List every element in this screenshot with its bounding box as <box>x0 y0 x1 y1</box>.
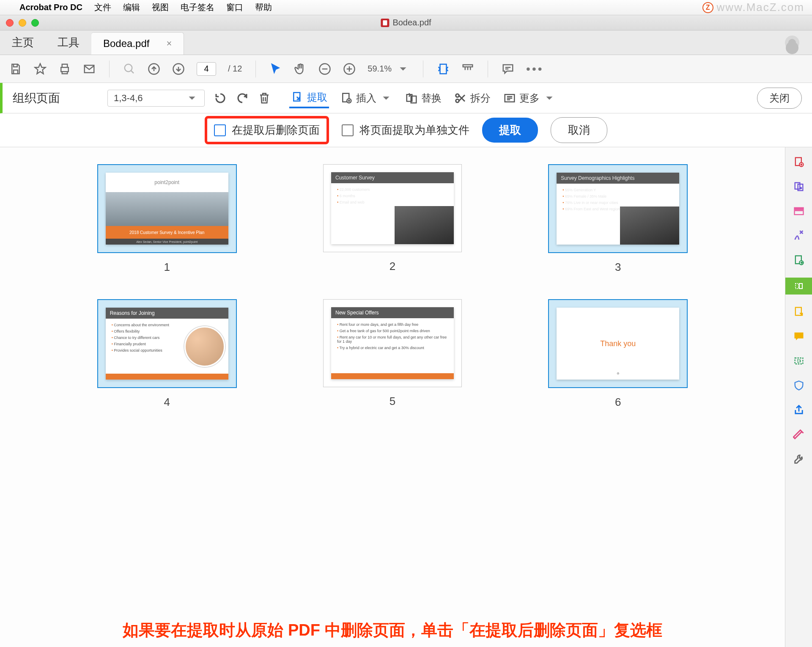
search-icon[interactable] <box>123 63 136 75</box>
replace-button[interactable]: 替换 <box>403 89 443 107</box>
close-organize-button[interactable]: 关闭 <box>757 88 802 109</box>
rotate-cw-icon[interactable] <box>236 92 249 105</box>
prev-page-icon[interactable] <box>148 63 160 75</box>
svg-rect-9 <box>440 64 447 74</box>
menu-esign[interactable]: 电子签名 <box>181 2 214 13</box>
page-thumb-4[interactable]: Reasons for Joining Concerns about the e… <box>75 299 258 409</box>
extract-separate-label: 将页面提取为单独文件 <box>359 123 469 138</box>
page-number: 1 <box>164 261 170 274</box>
cancel-button[interactable]: 取消 <box>551 117 607 143</box>
extract-confirm-button[interactable]: 提取 <box>482 118 538 143</box>
insert-button[interactable]: 插入 <box>338 89 394 107</box>
read-mode-icon[interactable] <box>461 63 474 75</box>
edit-pdf-icon[interactable] <box>792 204 806 218</box>
zoom-in-icon[interactable] <box>343 63 356 75</box>
delete-icon[interactable] <box>258 92 271 105</box>
zoom-out-icon[interactable] <box>318 63 331 75</box>
close-window-button[interactable] <box>6 19 14 27</box>
split-button[interactable]: 拆分 <box>453 89 492 107</box>
svg-rect-24 <box>794 208 803 210</box>
menu-edit[interactable]: 编辑 <box>123 2 140 13</box>
tab-document[interactable]: Bodea.pdf × <box>91 32 184 55</box>
menu-view[interactable]: 视图 <box>152 2 169 13</box>
toolbar-separator <box>423 61 423 77</box>
create-pdf-icon[interactable] <box>792 155 806 169</box>
extract-separate-checkbox[interactable]: 将页面提取为单独文件 <box>342 123 469 138</box>
checkbox-icon <box>214 124 226 136</box>
protect-icon[interactable] <box>792 378 806 393</box>
account-avatar-icon[interactable] <box>785 36 799 50</box>
fit-page-icon[interactable] <box>437 63 450 75</box>
send-comments-icon[interactable] <box>792 305 806 319</box>
save-icon[interactable] <box>9 63 22 75</box>
comment-tool-icon[interactable] <box>792 329 806 344</box>
select-tool-icon[interactable] <box>269 63 282 75</box>
slide-title: Thank you <box>600 339 636 348</box>
fill-sign-icon[interactable] <box>792 427 806 442</box>
page-range-select[interactable]: 1,3-4,6 <box>107 90 205 107</box>
print-icon[interactable] <box>58 63 71 75</box>
traffic-lights <box>6 19 39 27</box>
pdf-file-icon <box>381 19 389 27</box>
checkbox-icon <box>342 124 354 136</box>
z-badge-icon: Z <box>702 2 713 13</box>
comment-icon[interactable] <box>502 63 514 75</box>
menu-file[interactable]: 文件 <box>94 2 111 13</box>
sign-icon[interactable] <box>792 229 806 243</box>
slide-title: Customer Survey <box>331 172 454 183</box>
window-titlebar: Bodea.pdf <box>0 15 812 30</box>
page-thumb-3[interactable]: Survey Demographics Highlights 55% Gener… <box>527 164 710 274</box>
svg-rect-23 <box>794 211 803 215</box>
export-pdf-icon[interactable] <box>792 253 806 267</box>
combine-files-icon[interactable] <box>792 179 806 194</box>
scan-ocr-icon[interactable] <box>792 354 806 368</box>
minimize-window-button[interactable] <box>19 19 26 27</box>
page-number: 2 <box>390 260 395 273</box>
next-page-icon[interactable] <box>172 63 185 75</box>
more-tools-icon[interactable]: ••• <box>526 62 543 76</box>
slide-logo: point2point <box>106 173 228 192</box>
instruction-caption: 如果要在提取时从原始 PDF 中删除页面，单击「在提取后删除页面」复选框 <box>123 619 662 641</box>
svg-rect-27 <box>796 284 798 289</box>
rotate-ccw-icon[interactable] <box>214 92 227 105</box>
highlight-box: 在提取后删除页面 <box>205 116 329 144</box>
mail-icon[interactable] <box>83 63 96 75</box>
extract-options-bar: 在提取后删除页面 将页面提取为单独文件 提取 取消 <box>0 113 812 147</box>
tab-home[interactable]: 主页 <box>0 30 46 55</box>
page-range-value: 1,3-4,6 <box>114 93 143 104</box>
hand-tool-icon[interactable] <box>294 63 307 75</box>
tab-tools[interactable]: 工具 <box>46 30 91 55</box>
maximize-window-button[interactable] <box>31 19 39 27</box>
page-thumb-2[interactable]: Customer Survey 22,000 customers6 months… <box>301 164 484 274</box>
toolbar-separator <box>255 61 256 77</box>
menu-window[interactable]: 窗口 <box>226 2 243 13</box>
more-tools-icon[interactable] <box>792 452 806 466</box>
menu-help[interactable]: 帮助 <box>255 2 272 13</box>
tab-bar: 主页 工具 Bodea.pdf × <box>0 30 812 55</box>
more-button[interactable]: 更多 <box>502 89 557 107</box>
star-icon[interactable] <box>34 63 47 75</box>
svg-point-4 <box>125 64 132 72</box>
app-name[interactable]: Acrobat Pro DC <box>19 3 82 12</box>
page-thumbnails-area[interactable]: point2point 2018 Customer Survey & Incen… <box>0 147 785 647</box>
page-thumb-1[interactable]: point2point 2018 Customer Survey & Incen… <box>75 164 258 274</box>
page-thumb-6[interactable]: Thank you ⊕ 6 <box>527 299 710 409</box>
mac-menubar: Acrobat Pro DC 文件 编辑 视图 电子签名 窗口 帮助 Z www… <box>0 0 812 15</box>
share-icon[interactable] <box>792 403 806 417</box>
organize-pages-icon[interactable] <box>785 278 812 295</box>
extract-button[interactable]: 提取 <box>289 88 329 108</box>
svg-rect-2 <box>61 67 69 72</box>
svg-rect-10 <box>463 65 473 67</box>
svg-point-17 <box>456 99 459 102</box>
page-number-input[interactable] <box>197 62 216 76</box>
window-title: Bodea.pdf <box>392 18 431 28</box>
zoom-select[interactable]: 59.1% <box>368 63 409 75</box>
slide-title: Survey Demographics Highlights <box>557 173 679 184</box>
tab-close-icon[interactable]: × <box>166 38 172 49</box>
slide-title: New Special Offers <box>331 307 454 318</box>
svg-rect-30 <box>795 358 803 364</box>
page-thumb-5[interactable]: New Special Offers Rent four or more day… <box>301 299 484 409</box>
page-number: 6 <box>615 396 621 409</box>
delete-after-label: 在提取后删除页面 <box>232 123 320 138</box>
delete-after-extract-checkbox[interactable]: 在提取后删除页面 <box>214 123 320 138</box>
